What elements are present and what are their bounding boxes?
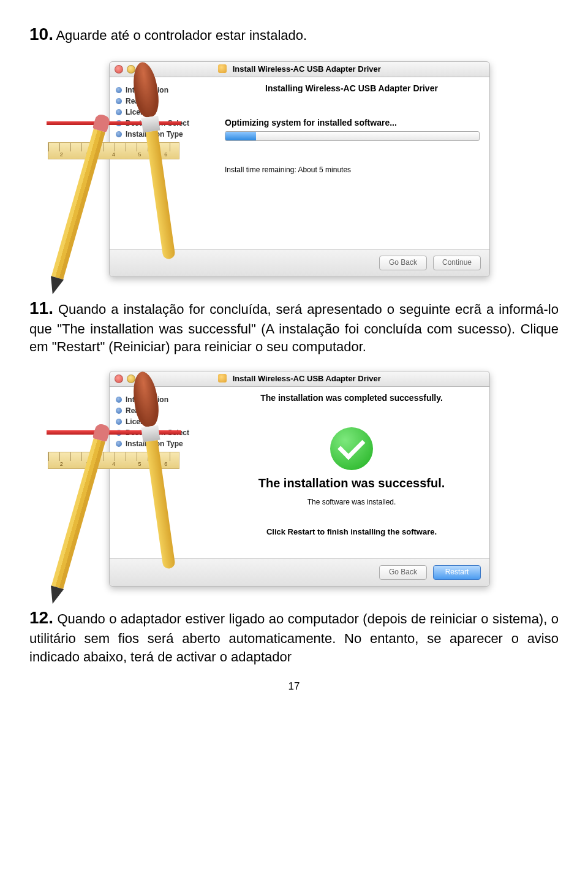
ruler-num: 2 xyxy=(60,151,63,158)
installer-icon xyxy=(218,64,227,73)
go-back-button[interactable]: Go Back xyxy=(379,565,427,580)
installer-content: Installing Wireless-AC USB Adapter Drive… xyxy=(214,77,489,249)
ruler-num: 5 xyxy=(138,151,141,158)
success-sub: The software was installed. xyxy=(225,498,478,506)
success-title: The installation was successful. xyxy=(225,476,478,490)
installer-icon xyxy=(218,374,227,382)
installer-screenshot-2: 2 3 4 5 6 Install Wireless-AC USB Adapte… xyxy=(72,371,489,587)
ruler-num: 2 xyxy=(60,461,63,467)
sidebar-item: Read Me xyxy=(116,97,209,105)
sidebar-item: License xyxy=(116,108,209,116)
sidebar-item: Destination Select xyxy=(116,428,209,437)
ruler-num: 5 xyxy=(138,461,141,467)
content-heading: Installing Wireless-AC USB Adapter Drive… xyxy=(225,83,478,93)
content-heading: The installation was completed successfu… xyxy=(225,393,478,403)
ruler-num: 4 xyxy=(112,151,115,158)
time-remaining: Install time remaining: About 5 minutes xyxy=(225,166,478,174)
step-text: Quando a instalação for concluída, será … xyxy=(29,302,559,354)
step-number: 10. xyxy=(29,25,53,44)
sidebar-item: Destination Select xyxy=(116,119,209,127)
sidebar-item: Read Me xyxy=(116,406,209,415)
sidebar-item: License xyxy=(116,417,209,426)
page-number: 17 xyxy=(29,680,559,693)
close-icon[interactable] xyxy=(115,375,123,383)
installer-content: The installation was completed successfu… xyxy=(214,387,489,558)
status-text: Optimizing system for installed software… xyxy=(225,118,478,127)
installer-screenshot-1: 2 3 4 5 6 Install Wireless-AC USB Adapte… xyxy=(72,61,489,277)
step-number: 12. xyxy=(29,608,53,627)
continue-button[interactable]: Continue xyxy=(433,256,481,270)
step-text: Aguarde até o controlador estar instalad… xyxy=(56,28,307,43)
sidebar-item: Introduction xyxy=(116,86,209,94)
sidebar-item: Introduction xyxy=(116,395,209,404)
step-12: 12. Quando o adaptador estiver ligado ao… xyxy=(29,606,559,666)
titlebar: Install Wireless-AC USB Adapter Driver xyxy=(110,62,489,77)
restart-button[interactable]: Restart xyxy=(433,565,481,580)
titlebar: Install Wireless-AC USB Adapter Driver xyxy=(110,371,489,387)
step-number: 11. xyxy=(29,299,53,318)
window-title: Install Wireless-AC USB Adapter Driver xyxy=(233,374,381,383)
step-text: Quando o adaptador estiver ligado ao com… xyxy=(29,611,559,664)
go-back-button[interactable]: Go Back xyxy=(379,256,427,270)
ruler-num: 4 xyxy=(112,461,115,467)
window-title: Install Wireless-AC USB Adapter Driver xyxy=(233,64,381,74)
step-11: 11. Quando a instalação for concluída, s… xyxy=(29,297,559,356)
close-icon[interactable] xyxy=(115,65,123,74)
restart-instruction: Click Restart to finish installing the s… xyxy=(225,527,478,536)
step-10: 10. Aguarde até o controlador estar inst… xyxy=(29,25,559,44)
progress-bar xyxy=(225,131,480,141)
success-check-icon xyxy=(330,427,373,470)
